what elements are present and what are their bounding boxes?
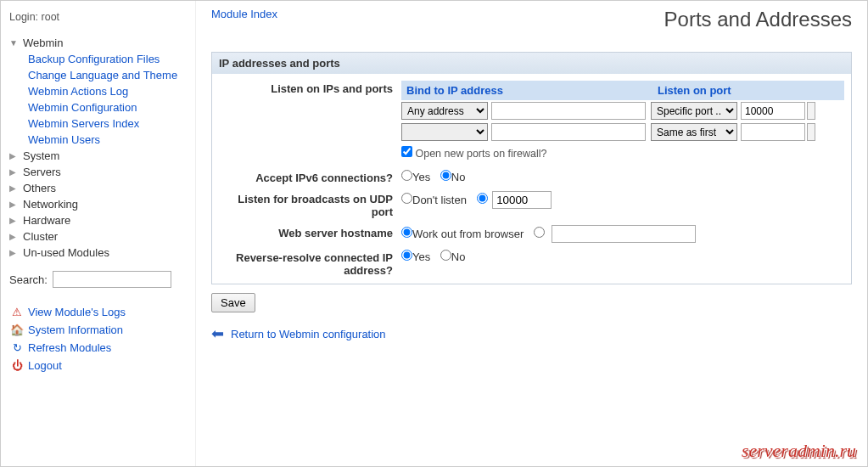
port-input-1[interactable] [741, 123, 805, 141]
chevron-right-icon: ▶ [9, 216, 20, 225]
ip-port-row: Same as first [401, 121, 844, 143]
bind-select-1[interactable] [401, 123, 488, 141]
bind-input-1[interactable] [491, 123, 646, 141]
label-ipv6: Accept IPv6 connections? [219, 170, 401, 184]
chevron-right-icon: ▶ [9, 200, 20, 209]
label-udp: Listen for broadcasts on UDP port [219, 191, 401, 218]
nav-system[interactable]: ▶System [9, 148, 187, 164]
label-hostname: Web server hostname [219, 225, 401, 243]
search-input[interactable] [53, 271, 171, 288]
nav-change-language[interactable]: Change Language and Theme [28, 67, 187, 83]
nav-servers[interactable]: ▶Servers [9, 164, 187, 180]
ip-ports-panel: IP addresses and ports Listen on IPs and… [211, 52, 852, 284]
port-select-0[interactable]: Specific port .. [651, 102, 737, 120]
return-link[interactable]: ⬅ Return to Webmin configuration [211, 324, 852, 343]
hostname-input[interactable] [552, 225, 696, 243]
warning-icon: ⚠ [9, 306, 25, 318]
extra-input-1[interactable] [807, 123, 815, 141]
nav-unused[interactable]: ▶Un-used Modules [9, 245, 187, 261]
search-label: Search: [9, 273, 48, 286]
nav-hardware[interactable]: ▶Hardware [9, 212, 187, 228]
label-listen-ips: Listen on IPs and ports [219, 81, 401, 163]
port-select-1[interactable]: Same as first [651, 123, 737, 141]
chevron-right-icon: ▶ [9, 248, 20, 257]
reverse-yes-radio[interactable] [401, 250, 412, 261]
chevron-right-icon: ▶ [9, 232, 20, 241]
hostname-custom-radio[interactable] [534, 227, 545, 238]
extra-input-0[interactable] [807, 102, 815, 120]
chevron-right-icon: ▶ [9, 183, 20, 193]
chevron-right-icon: ▶ [9, 151, 20, 160]
save-button[interactable]: Save [211, 293, 255, 312]
login-info: Login: root [9, 11, 187, 23]
system-info-link[interactable]: 🏠System Information [9, 321, 187, 339]
hostname-auto-radio[interactable] [401, 227, 412, 238]
refresh-modules-link[interactable]: ↻Refresh Modules [9, 339, 187, 357]
udp-port-radio[interactable] [477, 193, 488, 204]
panel-header: IP addresses and ports [212, 53, 851, 74]
arrow-left-icon: ⬅ [211, 324, 224, 343]
udp-dont-label: Don't listen [412, 194, 467, 206]
col-port-header: Listen on port [652, 81, 814, 100]
power-icon: ⏻ [9, 359, 25, 372]
ipv6-yes-label: Yes [412, 171, 430, 183]
nav-actions-log[interactable]: Webmin Actions Log [28, 83, 187, 99]
bind-input-0[interactable] [491, 102, 646, 120]
refresh-icon: ↻ [9, 341, 25, 354]
home-icon: 🏠 [9, 324, 25, 336]
sidebar: Login: root ▼ Webmin Backup Configuratio… [1, 1, 196, 466]
col-bind-header: Bind to IP address [401, 81, 652, 100]
ip-port-row: Any address Specific port .. [401, 100, 844, 121]
reverse-yes-label: Yes [412, 250, 430, 263]
logout-link[interactable]: ⏻Logout [9, 357, 187, 374]
ipv6-yes-radio[interactable] [401, 170, 412, 181]
page-title: Ports and Addresses [664, 8, 852, 31]
ipv6-no-radio[interactable] [440, 170, 451, 181]
bind-select-0[interactable]: Any address [401, 102, 488, 120]
nav-others[interactable]: ▶Others [9, 180, 187, 196]
nav-servers-index[interactable]: Webmin Servers Index [28, 115, 187, 132]
nav-cluster[interactable]: ▶Cluster [9, 228, 187, 245]
main-content: Module Index Ports and Addresses IP addr… [196, 1, 867, 466]
udp-dont-radio[interactable] [401, 193, 412, 204]
firewall-checkbox[interactable] [401, 146, 412, 157]
view-logs-link[interactable]: ⚠View Module's Logs [9, 303, 187, 321]
nav-webmin-config[interactable]: Webmin Configuration [28, 99, 187, 115]
nav-networking[interactable]: ▶Networking [9, 196, 187, 212]
ipv6-no-label: No [451, 171, 466, 183]
module-index-link[interactable]: Module Index [211, 8, 277, 20]
nav-backup-config[interactable]: Backup Configuration Files [28, 51, 187, 67]
udp-port-input[interactable] [492, 191, 552, 209]
nav-webmin-users[interactable]: Webmin Users [28, 132, 187, 148]
reverse-no-radio[interactable] [440, 250, 451, 261]
hostname-auto-label: Work out from browser [412, 228, 524, 240]
chevron-down-icon: ▼ [9, 38, 20, 48]
reverse-no-label: No [451, 250, 466, 263]
chevron-right-icon: ▶ [9, 167, 20, 177]
label-reverse: Reverse-resolve connected IP address? [219, 250, 401, 277]
firewall-label: Open new ports on firewall? [415, 148, 546, 160]
port-input-0[interactable] [741, 102, 805, 120]
nav-webmin[interactable]: ▼ Webmin [9, 35, 187, 51]
